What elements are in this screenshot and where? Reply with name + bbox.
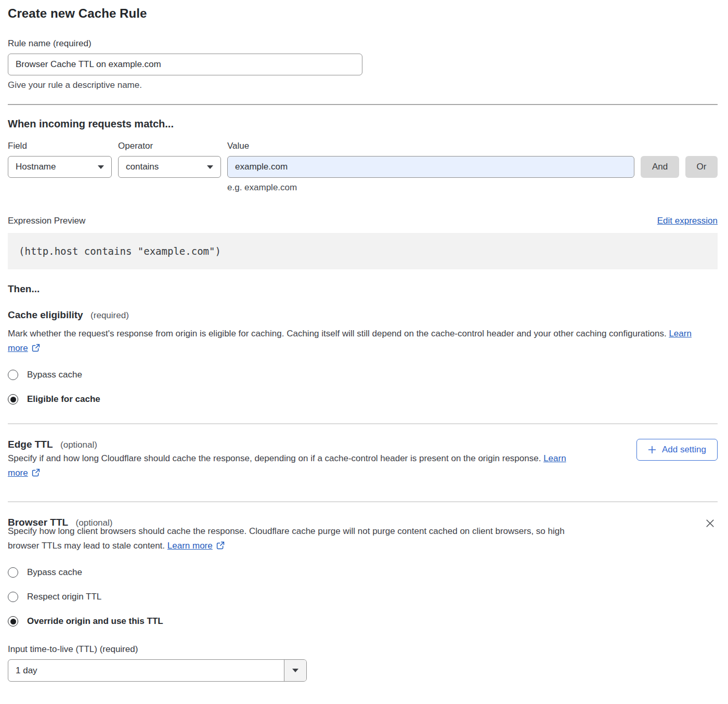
radio-option-respect-origin-ttl[interactable]: Respect origin TTL <box>8 592 718 602</box>
cache-eligibility-title: Cache eligibility <box>8 309 83 321</box>
divider <box>8 104 718 105</box>
plus-icon <box>648 446 656 454</box>
expression-preview-header: Expression Preview Edit expression <box>8 216 718 226</box>
page-title: Create new Cache Rule <box>8 6 718 21</box>
expression-preview-label: Expression Preview <box>8 216 85 226</box>
value-help: e.g. example.com <box>227 182 634 193</box>
field-select[interactable]: Hostname <box>8 156 112 178</box>
ttl-select-value: 1 day <box>8 660 284 681</box>
radio-checked-icon[interactable] <box>8 394 18 405</box>
divider <box>8 423 718 424</box>
edge-ttl-description: Specify if and how long Cloudflare shoul… <box>8 451 582 480</box>
field-select-value: Hostname <box>16 162 56 172</box>
match-heading: When incoming requests match... <box>8 118 718 130</box>
expression-code: (http.host contains "example.com") <box>8 233 718 269</box>
operator-select[interactable]: contains <box>118 156 221 178</box>
and-button[interactable]: And <box>641 156 679 178</box>
cache-eligibility-heading: Cache eligibility (required) <box>8 309 718 321</box>
edge-ttl-title: Edge TTL <box>8 439 53 450</box>
then-heading: Then... <box>8 283 718 295</box>
radio-option-browser-bypass-cache[interactable]: Bypass cache <box>8 567 718 578</box>
browser-ttl-description: Specify how long client browsers should … <box>8 524 577 553</box>
ttl-select[interactable]: 1 day <box>8 659 307 682</box>
radio-unchecked-icon[interactable] <box>8 567 18 578</box>
divider <box>8 501 718 502</box>
operator-label: Operator <box>118 141 221 151</box>
external-link-icon <box>216 541 225 550</box>
external-link-icon <box>32 468 40 477</box>
radio-checked-icon[interactable] <box>8 616 18 627</box>
create-cache-rule-form: Create new Cache Rule Rule name (require… <box>0 0 728 694</box>
close-icon[interactable] <box>704 517 717 531</box>
radio-option-override-origin-ttl[interactable]: Override origin and use this TTL <box>8 616 718 627</box>
or-button[interactable]: Or <box>685 156 718 178</box>
required-tag: (required) <box>90 310 129 320</box>
chevron-down-icon <box>292 669 298 672</box>
radio-option-eligible-for-cache[interactable]: Eligible for cache <box>8 394 718 405</box>
ttl-select-dropdown-button[interactable] <box>284 660 306 681</box>
edit-expression-link[interactable]: Edit expression <box>657 216 718 226</box>
value-input[interactable] <box>227 156 634 178</box>
radio-unchecked-icon[interactable] <box>8 370 18 380</box>
value-label: Value <box>227 141 634 151</box>
rule-name-label: Rule name (required) <box>8 38 718 49</box>
cache-eligibility-description: Mark whether the request's response from… <box>8 327 707 356</box>
rule-name-help: Give your rule a descriptive name. <box>8 80 718 90</box>
learn-more-link[interactable]: Learn more <box>167 541 213 551</box>
operator-select-value: contains <box>126 162 159 172</box>
match-builder: Field Operator Value Hostname contains A… <box>8 141 718 193</box>
radio-option-bypass-cache[interactable]: Bypass cache <box>8 370 718 380</box>
ttl-input-label: Input time-to-live (TTL) (required) <box>8 644 718 655</box>
radio-unchecked-icon[interactable] <box>8 592 18 602</box>
optional-tag: (optional) <box>60 440 97 450</box>
add-setting-button[interactable]: Add setting <box>636 439 718 461</box>
rule-name-input[interactable] <box>8 54 362 75</box>
field-label: Field <box>8 141 112 151</box>
chevron-down-icon <box>98 165 104 169</box>
chevron-down-icon <box>207 165 213 169</box>
external-link-icon <box>32 344 40 352</box>
